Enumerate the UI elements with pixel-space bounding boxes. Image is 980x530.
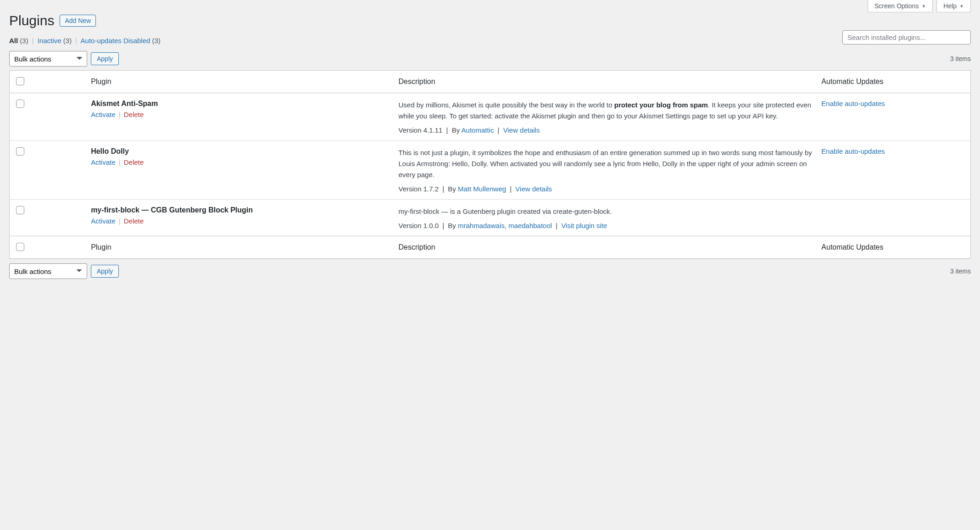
plugin-meta: Version 1.0.0 | By mrahmadawais, maedahb… [399, 222, 813, 229]
details-link[interactable]: Visit plugin site [561, 222, 607, 229]
activate-link[interactable]: Activate [91, 111, 115, 118]
chevron-down-icon: ▼ [921, 4, 926, 9]
plugin-meta: Version 1.7.2 | By Matt Mullenweg | View… [399, 185, 813, 193]
bulk-action-select[interactable]: Bulk actions [9, 263, 87, 279]
plugin-name: Akismet Anti-Spam [91, 100, 389, 108]
author-link[interactable]: Automattic [462, 126, 494, 134]
plugin-name: my-first-block — CGB Gutenberg Block Plu… [91, 206, 389, 214]
table-row: my-first-block — CGB Gutenberg Block Plu… [10, 200, 971, 236]
items-count: 3 items [950, 55, 971, 62]
plugin-name: Hello Dolly [91, 147, 389, 156]
details-link[interactable]: View details [503, 126, 540, 134]
column-plugin: Plugin [86, 71, 394, 93]
row-checkbox[interactable] [16, 206, 24, 214]
author-link[interactable]: mrahmadawais, maedahbatool [458, 222, 552, 229]
activate-link[interactable]: Activate [91, 217, 115, 225]
search-input[interactable] [842, 30, 971, 45]
delete-link[interactable]: Delete [124, 158, 144, 166]
column-auto-updates: Automatic Updates [817, 71, 970, 93]
column-description: Description [394, 71, 817, 93]
plugin-description: This is not just a plugin, it symbolizes… [399, 147, 813, 180]
items-count: 3 items [950, 268, 971, 275]
plugin-meta: Version 4.1.11 | By Automattic | View de… [399, 126, 813, 134]
filter-inactive[interactable]: Inactive [38, 37, 61, 45]
enable-auto-updates-link[interactable]: Enable auto-updates [821, 100, 885, 107]
select-all-checkbox[interactable] [16, 77, 24, 85]
help-label: Help [943, 2, 957, 10]
filter-all-count: (3) [20, 37, 28, 45]
filter-all[interactable]: All [9, 37, 18, 45]
plugin-status-filters: All (3) | Inactive (3) | Auto-updates Di… [9, 37, 161, 45]
chevron-down-icon: ▼ [959, 4, 964, 9]
page-title: Plugins [9, 13, 54, 28]
apply-button[interactable]: Apply [91, 265, 119, 278]
column-auto-updates: Automatic Updates [817, 236, 970, 259]
delete-link[interactable]: Delete [124, 111, 144, 118]
filter-inactive-count: (3) [63, 37, 72, 45]
help-tab[interactable]: Help ▼ [936, 0, 971, 12]
plugin-description: Used by millions, Akismet is quite possi… [399, 100, 813, 122]
table-row: Hello Dolly Activate | Delete This is no… [10, 141, 971, 200]
row-checkbox[interactable] [16, 147, 24, 156]
filter-auto-disabled[interactable]: Auto-updates Disabled [81, 37, 150, 45]
apply-button[interactable]: Apply [91, 52, 119, 65]
activate-link[interactable]: Activate [91, 158, 115, 166]
column-plugin: Plugin [86, 236, 394, 259]
add-new-button[interactable]: Add New [60, 15, 96, 27]
screen-options-label: Screen Options [874, 2, 919, 10]
screen-options-tab[interactable]: Screen Options ▼ [868, 0, 933, 12]
select-all-checkbox[interactable] [16, 243, 24, 251]
delete-link[interactable]: Delete [124, 217, 144, 225]
details-link[interactable]: View details [515, 185, 552, 193]
filter-auto-disabled-count: (3) [152, 37, 161, 45]
bulk-action-select[interactable]: Bulk actions [9, 51, 87, 67]
column-description: Description [394, 236, 817, 259]
plugin-description: my-first-block — is a Gutenberg plugin c… [399, 206, 813, 217]
row-checkbox[interactable] [16, 100, 24, 108]
enable-auto-updates-link[interactable]: Enable auto-updates [821, 147, 885, 155]
table-row: Akismet Anti-Spam Activate | Delete Used… [10, 93, 971, 141]
author-link[interactable]: Matt Mullenweg [458, 185, 506, 193]
